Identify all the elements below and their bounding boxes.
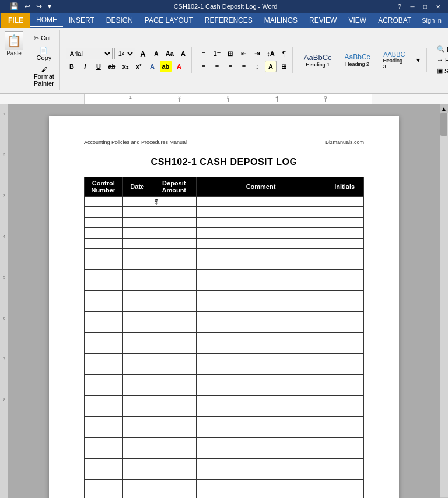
justify-button[interactable]: ≡ (238, 61, 250, 72)
quick-access-toolbar[interactable]: 💾 ↩ ↪ ▾ (5, 1, 57, 12)
cell-control[interactable] (85, 375, 123, 385)
cell-deposit[interactable] (152, 333, 196, 343)
cell-date[interactable] (123, 459, 152, 469)
cell-control[interactable] (85, 197, 123, 207)
paste-button[interactable]: 📋 (5, 31, 23, 50)
cell-comment[interactable] (196, 322, 326, 333)
cell-initials[interactable] (326, 291, 364, 301)
cell-deposit[interactable] (152, 312, 196, 322)
cell-initials[interactable] (326, 406, 364, 417)
superscript-button[interactable]: x² (133, 61, 145, 72)
bullets-button[interactable]: ≡ (198, 48, 209, 59)
font-size-select[interactable]: 14 (114, 48, 135, 59)
cell-deposit[interactable] (152, 270, 196, 280)
cell-comment[interactable] (196, 197, 326, 207)
cell-comment[interactable] (196, 438, 326, 448)
cell-comment[interactable] (196, 427, 326, 438)
cell-date[interactable] (123, 490, 152, 499)
cell-date[interactable] (123, 396, 152, 406)
cell-initials[interactable] (326, 448, 364, 459)
cell-control[interactable] (85, 301, 123, 312)
underline-button[interactable]: U (93, 61, 104, 72)
review-menu[interactable]: REVIEW (303, 14, 342, 27)
cell-comment[interactable] (196, 375, 326, 385)
cell-date[interactable] (123, 333, 152, 343)
cell-date[interactable] (123, 417, 152, 427)
cell-control[interactable] (85, 312, 123, 322)
sort-button[interactable]: ↕A (265, 48, 276, 59)
cut-button[interactable]: ✂ Cut (31, 33, 57, 44)
text-effects-button[interactable]: A (146, 61, 158, 72)
cell-date[interactable] (123, 427, 152, 438)
cell-comment[interactable] (196, 228, 326, 239)
find-button[interactable]: 🔍 Find (433, 44, 448, 54)
cell-control[interactable] (85, 322, 123, 333)
cell-initials[interactable] (326, 480, 364, 490)
more-button[interactable]: ▾ (46, 2, 53, 11)
italic-button[interactable]: I (79, 61, 91, 72)
cell-deposit[interactable] (152, 259, 196, 270)
font-name-select[interactable]: Arial (66, 48, 113, 59)
cell-initials[interactable] (326, 301, 364, 312)
cell-deposit[interactable] (152, 396, 196, 406)
cell-comment[interactable] (196, 459, 326, 469)
cell-date[interactable] (123, 354, 152, 364)
cell-control[interactable] (85, 427, 123, 438)
cell-date[interactable] (123, 406, 152, 417)
cell-deposit[interactable] (152, 438, 196, 448)
cell-comment[interactable] (196, 448, 326, 459)
cell-comment[interactable] (196, 490, 326, 499)
grow-font-button[interactable]: A (137, 48, 149, 59)
cell-date[interactable] (123, 448, 152, 459)
cell-deposit[interactable] (152, 375, 196, 385)
cell-date[interactable] (123, 218, 152, 228)
cell-date[interactable] (123, 322, 152, 333)
redo-button[interactable]: ↪ (34, 2, 44, 11)
cell-date[interactable] (123, 207, 152, 218)
right-scrollbar[interactable]: ▲ ▼ (440, 104, 448, 498)
scroll-up-button[interactable]: ▲ (440, 104, 448, 113)
mailings-menu[interactable]: MAILINGS (258, 14, 303, 27)
cell-date[interactable] (123, 259, 152, 270)
subscript-button[interactable]: x₂ (120, 61, 131, 72)
cell-initials[interactable] (326, 385, 364, 396)
cell-date[interactable] (123, 301, 152, 312)
cell-date[interactable] (123, 280, 152, 291)
cell-date[interactable] (123, 438, 152, 448)
border-button[interactable]: ⊞ (278, 61, 290, 72)
help-button[interactable]: ? (394, 2, 405, 10)
cell-date[interactable] (123, 312, 152, 322)
design-menu[interactable]: DESIGN (100, 14, 139, 27)
cell-deposit[interactable] (152, 427, 196, 438)
cell-control[interactable] (85, 333, 123, 343)
cell-deposit[interactable] (152, 322, 196, 333)
decrease-indent-button[interactable]: ⇤ (238, 48, 250, 59)
cell-initials[interactable] (326, 249, 364, 259)
cell-comment[interactable] (196, 396, 326, 406)
cell-control[interactable] (85, 218, 123, 228)
cell-date[interactable] (123, 228, 152, 239)
home-menu[interactable]: HOME (30, 13, 63, 27)
numbering-button[interactable]: 1≡ (211, 48, 223, 59)
cell-comment[interactable] (196, 301, 326, 312)
strikethrough-button[interactable]: ab (106, 61, 118, 72)
cell-initials[interactable] (326, 343, 364, 354)
cell-comment[interactable] (196, 312, 326, 322)
show-marks-button[interactable]: ¶ (278, 48, 290, 59)
cell-comment[interactable] (196, 469, 326, 480)
cell-comment[interactable] (196, 354, 326, 364)
cell-control[interactable] (85, 396, 123, 406)
cell-control[interactable] (85, 343, 123, 354)
cell-control[interactable] (85, 385, 123, 396)
references-menu[interactable]: REFERENCES (199, 14, 258, 27)
cell-comment[interactable] (196, 333, 326, 343)
cell-deposit[interactable] (152, 385, 196, 396)
cell-initials[interactable] (326, 312, 364, 322)
cell-comment[interactable] (196, 280, 326, 291)
copy-button[interactable]: 📄 Copy (31, 45, 57, 63)
cell-deposit[interactable] (152, 343, 196, 354)
replace-button[interactable]: ↔ Replace (433, 55, 448, 65)
align-right-button[interactable]: ≡ (225, 61, 236, 72)
cell-deposit[interactable] (152, 459, 196, 469)
cell-initials[interactable] (326, 280, 364, 291)
